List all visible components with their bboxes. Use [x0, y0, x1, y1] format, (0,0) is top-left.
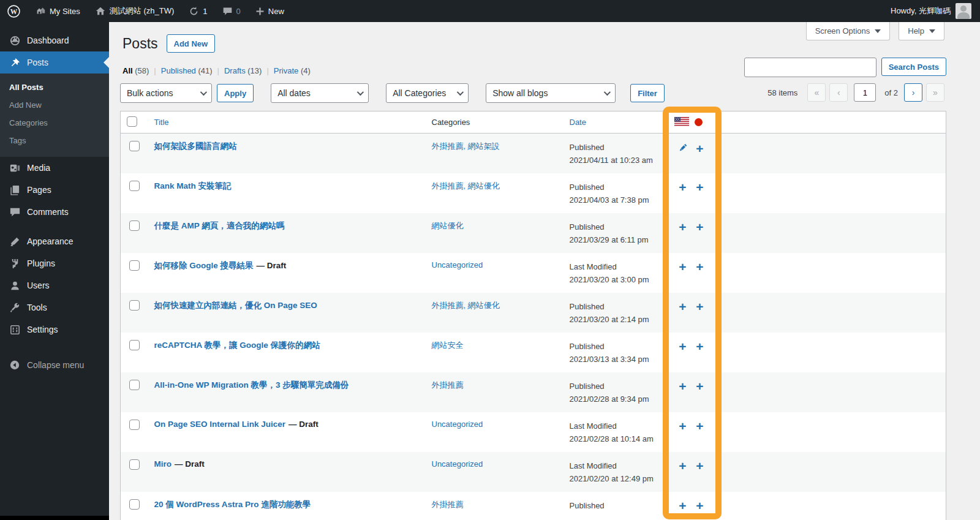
blogs-filter-select[interactable]: Show all blogs	[486, 83, 616, 103]
updates-menu[interactable]: 1	[181, 0, 214, 22]
post-title-link[interactable]: 20 個 WordPress Astra Pro 進階功能教學	[154, 500, 311, 509]
sidebar-item-posts[interactable]: Posts	[0, 51, 109, 73]
row-checkbox[interactable]	[129, 420, 140, 430]
sidebar-item-label: Pages	[27, 185, 51, 195]
category-link[interactable]: Uncategorized	[432, 420, 483, 429]
filter-link-all[interactable]: All (58)	[123, 66, 149, 75]
user-avatar[interactable]	[956, 3, 971, 19]
category-link[interactable]: 外掛推薦	[432, 380, 464, 390]
bulk-actions-select[interactable]: Bulk actions	[120, 83, 212, 103]
sidebar-item-dashboard[interactable]: Dashboard	[0, 29, 109, 51]
search-posts-button[interactable]: Search Posts	[881, 58, 946, 76]
categories-filter-select[interactable]: All Categories	[386, 83, 469, 103]
sidebar-item-media[interactable]: Media	[0, 157, 109, 179]
submenu-item-categories[interactable]: Categories	[0, 114, 109, 132]
post-title-link[interactable]: 如何架設多國語言網站	[154, 141, 237, 151]
last-page-button[interactable]: »	[926, 83, 944, 102]
sidebar-item-tools[interactable]: Tools	[0, 296, 109, 318]
submenu-item-all-posts[interactable]: All Posts	[0, 78, 109, 96]
howdy-text[interactable]: Howdy, 光輝咖碼	[891, 6, 951, 17]
sidebar-item-pages[interactable]: Pages	[0, 179, 109, 201]
collapse-menu-button[interactable]: Collapse menu	[0, 354, 109, 376]
filter-link-published[interactable]: Published (41)	[161, 66, 213, 75]
wordpress-logo-menu[interactable]: W	[0, 0, 28, 22]
category-link[interactable]: Uncategorized	[432, 260, 483, 269]
post-title-link[interactable]: 如何移除 Google 搜尋結果	[154, 261, 254, 270]
row-checkbox[interactable]	[129, 300, 140, 311]
post-title-link[interactable]: On Page SEO Internal Link Juicer	[154, 420, 286, 429]
filter-link-private[interactable]: Private (4)	[274, 66, 311, 75]
add-translation-icon[interactable]: +	[674, 260, 692, 274]
sidebar-item-settings[interactable]: Settings	[0, 318, 109, 341]
add-new-button[interactable]: Add New	[167, 34, 216, 53]
post-title-link[interactable]: 什麼是 AMP 網頁，適合我的網站嗎	[154, 221, 285, 230]
sidebar-item-plugins[interactable]: Plugins	[0, 252, 109, 274]
add-translation-icon[interactable]: +	[692, 340, 709, 353]
search-input[interactable]	[744, 58, 876, 77]
screen-options-button[interactable]: Screen Options	[806, 22, 891, 40]
category-link[interactable]: 外掛推薦, 網站優化	[432, 301, 500, 310]
add-translation-icon[interactable]: +	[674, 220, 692, 234]
site-menu[interactable]: 測試網站 (zh_TW)	[88, 0, 181, 22]
add-translation-icon[interactable]: +	[674, 499, 692, 513]
post-title-link[interactable]: reCAPTCHA 教學，讓 Google 保護你的網站	[154, 341, 320, 350]
sidebar-item-comments[interactable]: Comments	[0, 201, 109, 223]
add-translation-icon[interactable]: +	[692, 420, 709, 433]
add-translation-icon[interactable]: +	[692, 300, 709, 314]
row-checkbox[interactable]	[129, 499, 140, 510]
help-button[interactable]: Help	[899, 22, 944, 40]
post-title-link[interactable]: Miro	[154, 459, 172, 469]
category-link[interactable]: Uncategorized	[432, 459, 483, 469]
apply-button[interactable]: Apply	[217, 84, 254, 102]
category-link[interactable]: 外掛推薦, 網站優化	[432, 181, 500, 190]
add-translation-icon[interactable]: +	[692, 459, 709, 473]
add-translation-icon[interactable]: +	[674, 181, 692, 194]
post-title-link[interactable]: 如何快速建立內部連結，優化 On Page SEO	[154, 301, 317, 310]
sidebar-item-users[interactable]: Users	[0, 274, 109, 296]
dates-filter-select[interactable]: All dates	[271, 83, 369, 103]
add-translation-icon[interactable]: +	[692, 220, 709, 234]
row-checkbox[interactable]	[129, 220, 140, 231]
edit-translation-icon[interactable]	[674, 141, 692, 154]
row-checkbox[interactable]	[129, 459, 140, 470]
filter-link-drafts[interactable]: Drafts (13)	[224, 66, 262, 75]
current-page-input[interactable]	[854, 83, 876, 102]
row-checkbox[interactable]	[129, 181, 140, 191]
add-translation-icon[interactable]: +	[674, 300, 692, 314]
submenu-item-add-new[interactable]: Add New	[0, 96, 109, 114]
category-link[interactable]: 外掛推薦	[432, 500, 464, 509]
category-link[interactable]: 網站安全	[432, 341, 464, 350]
category-link[interactable]: 網站優化	[432, 221, 464, 230]
row-checkbox[interactable]	[129, 141, 140, 151]
first-page-button[interactable]: «	[807, 83, 826, 102]
add-translation-icon[interactable]: +	[674, 340, 692, 353]
post-title-link[interactable]: Rank Math 安裝筆記	[154, 181, 232, 190]
add-translation-icon[interactable]: +	[674, 420, 692, 433]
add-translation-icon[interactable]: +	[674, 459, 692, 473]
add-translation-icon[interactable]: +	[692, 260, 709, 274]
add-translation-icon[interactable]: +	[674, 380, 692, 393]
column-header-title[interactable]: Title	[148, 111, 426, 134]
add-translation-icon[interactable]: +	[692, 181, 709, 194]
submenu-item-tags[interactable]: Tags	[0, 132, 109, 149]
select-all-checkbox[interactable]	[127, 116, 137, 127]
svg-text:W: W	[10, 7, 18, 15]
add-translation-icon[interactable]: +	[692, 142, 709, 156]
next-page-button[interactable]: ›	[904, 83, 922, 102]
category-link[interactable]: 外掛推薦, 網站架設	[432, 141, 500, 151]
column-header-date[interactable]: Date	[564, 111, 668, 134]
row-checkbox[interactable]	[129, 340, 140, 350]
filter-button[interactable]: Filter	[630, 84, 665, 102]
row-checkbox[interactable]	[129, 260, 140, 271]
post-title-link[interactable]: All-in-One WP Migration 教學，3 步驟簡單完成備份	[154, 380, 349, 390]
prev-page-button[interactable]: ‹	[829, 83, 848, 102]
add-translation-icon[interactable]: +	[692, 380, 709, 393]
comments-menu[interactable]: 0	[215, 0, 248, 22]
my-sites-menu[interactable]: My Sites	[28, 0, 88, 22]
add-translation-icon[interactable]: +	[692, 499, 709, 513]
sidebar-item-appearance[interactable]: Appearance	[0, 230, 109, 252]
row-checkbox[interactable]	[129, 380, 140, 390]
chevron-down-icon	[604, 89, 611, 96]
site-name: 測試網站 (zh_TW)	[110, 6, 174, 17]
new-content-menu[interactable]: New	[248, 0, 292, 22]
